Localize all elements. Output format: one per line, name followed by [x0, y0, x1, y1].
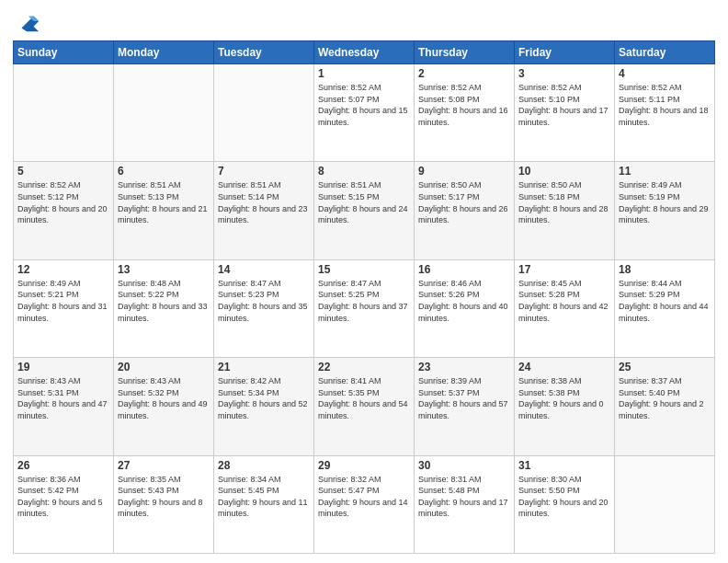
day-info: Sunrise: 8:50 AMSunset: 5:17 PMDaylight:…	[418, 179, 510, 225]
col-tuesday: Tuesday	[214, 41, 314, 64]
day-info: Sunrise: 8:52 AMSunset: 5:11 PMDaylight:…	[619, 82, 711, 128]
day-info: Sunrise: 8:38 AMSunset: 5:38 PMDaylight:…	[518, 375, 610, 421]
day-number: 3	[518, 67, 610, 80]
day-info: Sunrise: 8:34 AMSunset: 5:45 PMDaylight:…	[218, 474, 310, 520]
day-info: Sunrise: 8:42 AMSunset: 5:34 PMDaylight:…	[218, 375, 310, 421]
calendar-week-row: 26 Sunrise: 8:36 AMSunset: 5:42 PMDaylig…	[14, 455, 715, 553]
day-number: 2	[418, 67, 510, 80]
day-number: 28	[218, 459, 310, 472]
svg-marker-0	[21, 16, 39, 31]
table-row: 26 Sunrise: 8:36 AMSunset: 5:42 PMDaylig…	[14, 455, 114, 553]
day-info: Sunrise: 8:51 AMSunset: 5:13 PMDaylight:…	[118, 179, 210, 225]
day-info: Sunrise: 8:36 AMSunset: 5:42 PMDaylight:…	[17, 474, 109, 520]
day-number: 12	[17, 263, 109, 276]
table-row: 19 Sunrise: 8:43 AMSunset: 5:31 PMDaylig…	[14, 358, 114, 455]
logo	[13, 13, 40, 35]
day-info: Sunrise: 8:49 AMSunset: 5:19 PMDaylight:…	[619, 179, 711, 225]
day-info: Sunrise: 8:30 AMSunset: 5:50 PMDaylight:…	[518, 474, 610, 520]
table-row: 29 Sunrise: 8:32 AMSunset: 5:47 PMDaylig…	[314, 455, 415, 553]
day-number: 10	[518, 165, 610, 178]
table-row: 8 Sunrise: 8:51 AMSunset: 5:15 PMDayligh…	[314, 162, 415, 259]
day-number: 14	[218, 263, 310, 276]
day-info: Sunrise: 8:45 AMSunset: 5:28 PMDaylight:…	[518, 278, 610, 324]
table-row	[214, 64, 314, 162]
day-info: Sunrise: 8:47 AMSunset: 5:23 PMDaylight:…	[218, 278, 310, 324]
col-friday: Friday	[515, 41, 615, 64]
day-number: 15	[318, 263, 410, 276]
day-number: 17	[518, 263, 610, 276]
day-info: Sunrise: 8:37 AMSunset: 5:40 PMDaylight:…	[619, 375, 711, 421]
day-info: Sunrise: 8:51 AMSunset: 5:15 PMDaylight:…	[318, 179, 410, 225]
day-info: Sunrise: 8:31 AMSunset: 5:48 PMDaylight:…	[418, 474, 510, 520]
table-row	[114, 64, 214, 162]
table-row: 25 Sunrise: 8:37 AMSunset: 5:40 PMDaylig…	[615, 358, 715, 455]
day-number: 13	[118, 263, 210, 276]
table-row: 16 Sunrise: 8:46 AMSunset: 5:26 PMDaylig…	[415, 259, 515, 357]
table-row: 6 Sunrise: 8:51 AMSunset: 5:13 PMDayligh…	[114, 162, 214, 259]
day-number: 18	[619, 263, 711, 276]
calendar-week-row: 5 Sunrise: 8:52 AMSunset: 5:12 PMDayligh…	[14, 162, 715, 259]
table-row	[14, 64, 114, 162]
day-number: 1	[318, 67, 410, 80]
day-info: Sunrise: 8:35 AMSunset: 5:43 PMDaylight:…	[118, 474, 210, 520]
col-thursday: Thursday	[415, 41, 515, 64]
table-row: 20 Sunrise: 8:43 AMSunset: 5:32 PMDaylig…	[114, 358, 214, 455]
table-row: 22 Sunrise: 8:41 AMSunset: 5:35 PMDaylig…	[314, 358, 415, 455]
day-info: Sunrise: 8:44 AMSunset: 5:29 PMDaylight:…	[619, 278, 711, 324]
header	[13, 9, 715, 35]
day-info: Sunrise: 8:51 AMSunset: 5:14 PMDaylight:…	[218, 179, 310, 225]
table-row: 10 Sunrise: 8:50 AMSunset: 5:18 PMDaylig…	[515, 162, 615, 259]
day-number: 4	[619, 67, 711, 80]
day-number: 7	[218, 165, 310, 178]
day-number: 26	[17, 459, 109, 472]
table-row: 28 Sunrise: 8:34 AMSunset: 5:45 PMDaylig…	[214, 455, 314, 553]
table-row: 31 Sunrise: 8:30 AMSunset: 5:50 PMDaylig…	[515, 455, 615, 553]
table-row: 21 Sunrise: 8:42 AMSunset: 5:34 PMDaylig…	[214, 358, 314, 455]
day-info: Sunrise: 8:50 AMSunset: 5:18 PMDaylight:…	[518, 179, 610, 225]
day-info: Sunrise: 8:41 AMSunset: 5:35 PMDaylight:…	[318, 375, 410, 421]
table-row: 9 Sunrise: 8:50 AMSunset: 5:17 PMDayligh…	[415, 162, 515, 259]
table-row: 23 Sunrise: 8:39 AMSunset: 5:37 PMDaylig…	[415, 358, 515, 455]
calendar-table: Sunday Monday Tuesday Wednesday Thursday…	[13, 40, 715, 554]
day-info: Sunrise: 8:52 AMSunset: 5:10 PMDaylight:…	[518, 82, 610, 128]
table-row: 18 Sunrise: 8:44 AMSunset: 5:29 PMDaylig…	[615, 259, 715, 357]
table-row: 11 Sunrise: 8:49 AMSunset: 5:19 PMDaylig…	[615, 162, 715, 259]
day-number: 21	[218, 361, 310, 373]
day-info: Sunrise: 8:43 AMSunset: 5:32 PMDaylight:…	[118, 375, 210, 421]
table-row: 12 Sunrise: 8:49 AMSunset: 5:21 PMDaylig…	[14, 259, 114, 357]
day-number: 11	[619, 165, 711, 178]
day-number: 25	[619, 361, 711, 373]
table-row: 30 Sunrise: 8:31 AMSunset: 5:48 PMDaylig…	[415, 455, 515, 553]
table-row: 5 Sunrise: 8:52 AMSunset: 5:12 PMDayligh…	[14, 162, 114, 259]
col-saturday: Saturday	[615, 41, 715, 64]
logo-icon	[15, 9, 40, 35]
day-number: 5	[17, 165, 109, 178]
table-row: 3 Sunrise: 8:52 AMSunset: 5:10 PMDayligh…	[515, 64, 615, 162]
day-number: 8	[318, 165, 410, 178]
day-number: 20	[118, 361, 210, 373]
page: Sunday Monday Tuesday Wednesday Thursday…	[0, 0, 728, 563]
col-wednesday: Wednesday	[314, 41, 415, 64]
day-number: 19	[17, 361, 109, 373]
table-row: 1 Sunrise: 8:52 AMSunset: 5:07 PMDayligh…	[314, 64, 415, 162]
col-sunday: Sunday	[14, 41, 114, 64]
day-number: 24	[518, 361, 610, 373]
table-row: 24 Sunrise: 8:38 AMSunset: 5:38 PMDaylig…	[515, 358, 615, 455]
day-number: 9	[418, 165, 510, 178]
table-row: 15 Sunrise: 8:47 AMSunset: 5:25 PMDaylig…	[314, 259, 415, 357]
day-number: 27	[118, 459, 210, 472]
day-number: 30	[418, 459, 510, 472]
day-number: 22	[318, 361, 410, 373]
day-number: 23	[418, 361, 510, 373]
table-row: 27 Sunrise: 8:35 AMSunset: 5:43 PMDaylig…	[114, 455, 214, 553]
day-number: 6	[118, 165, 210, 178]
day-number: 31	[518, 459, 610, 472]
table-row: 13 Sunrise: 8:48 AMSunset: 5:22 PMDaylig…	[114, 259, 214, 357]
table-row: 14 Sunrise: 8:47 AMSunset: 5:23 PMDaylig…	[214, 259, 314, 357]
table-row: 17 Sunrise: 8:45 AMSunset: 5:28 PMDaylig…	[515, 259, 615, 357]
day-info: Sunrise: 8:47 AMSunset: 5:25 PMDaylight:…	[318, 278, 410, 324]
day-info: Sunrise: 8:49 AMSunset: 5:21 PMDaylight:…	[17, 278, 109, 324]
day-info: Sunrise: 8:52 AMSunset: 5:12 PMDaylight:…	[17, 179, 109, 225]
calendar-header-row: Sunday Monday Tuesday Wednesday Thursday…	[14, 41, 715, 64]
day-number: 16	[418, 263, 510, 276]
